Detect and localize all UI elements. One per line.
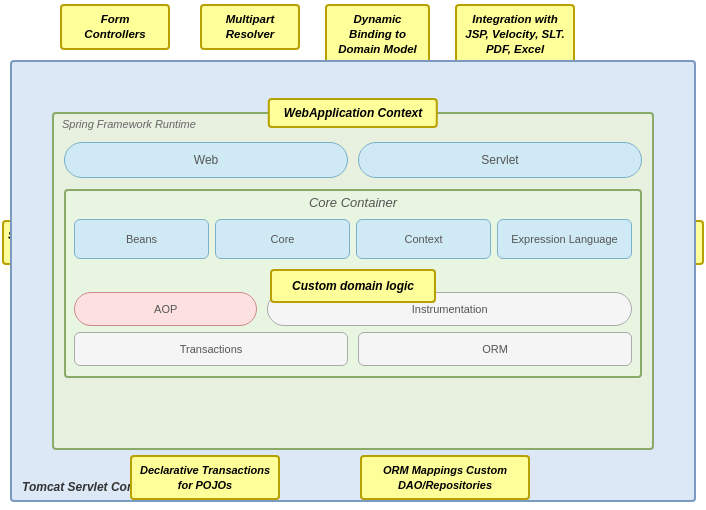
aop-label: AOP — [154, 303, 177, 315]
aop-box: AOP — [74, 292, 257, 326]
integration-jsp-box: Integration with JSP, Velocity, SLT. PDF… — [455, 4, 575, 65]
servlet-box: Servlet — [358, 142, 642, 178]
custom-domain-label: Custom domain logic — [292, 279, 414, 293]
servlet-label: Servlet — [481, 153, 518, 167]
web-servlet-row: Web Servlet — [64, 142, 642, 178]
beans-box: Beans — [74, 219, 209, 259]
spring-runtime: Spring Framework Runtime WebApplication … — [52, 112, 654, 450]
core-label: Core — [271, 233, 295, 245]
declarative-trans-box: Declarative Transactions for POJOs — [130, 455, 280, 500]
orm-mappings-box: ORM Mappings Custom DAO/Repositories — [360, 455, 530, 500]
instrumentation-label: Instrumentation — [412, 303, 488, 315]
web-box: Web — [64, 142, 348, 178]
orm-label: ORM — [482, 343, 508, 355]
web-label: Web — [194, 153, 218, 167]
transactions-row: Transactions ORM — [74, 332, 632, 366]
context-label: Context — [405, 233, 443, 245]
context-box: Context — [356, 219, 491, 259]
orm-mappings-label: ORM Mappings Custom DAO/Repositories — [383, 464, 507, 490]
beans-label: Beans — [126, 233, 157, 245]
core-container-label: Core Container — [309, 195, 397, 210]
form-controllers-box: Form Controllers — [60, 4, 170, 50]
expression-language-box: Expression Language — [497, 219, 632, 259]
multipart-resolver-label: Multipart Resolver — [226, 13, 275, 40]
tomcat-container: Spring Framework Runtime WebApplication … — [10, 60, 696, 502]
transactions-label: Transactions — [180, 343, 243, 355]
form-controllers-label: Form Controllers — [84, 13, 145, 40]
main-wrapper: Form Controllers Multipart Resolver Dyna… — [0, 0, 706, 510]
declarative-trans-label: Declarative Transactions for POJOs — [140, 464, 270, 490]
integration-jsp-label: Integration with JSP, Velocity, SLT. PDF… — [465, 13, 565, 55]
dynamic-binding-label: Dynamic Binding to Domain Model — [338, 13, 417, 55]
webapp-context-box: WebApplication Context — [268, 98, 438, 128]
core-container: Core Container Beans Core Context Expres… — [64, 189, 642, 378]
expression-language-label: Expression Language — [511, 233, 617, 245]
orm-box: ORM — [358, 332, 632, 366]
core-box: Core — [215, 219, 350, 259]
multipart-resolver-box: Multipart Resolver — [200, 4, 300, 50]
custom-domain-box: Custom domain logic — [270, 269, 436, 303]
beans-row: Beans Core Context Expression Language — [74, 219, 632, 259]
webapp-context-label: WebApplication Context — [284, 106, 422, 120]
transactions-box: Transactions — [74, 332, 348, 366]
dynamic-binding-box: Dynamic Binding to Domain Model — [325, 4, 430, 65]
spring-label: Spring Framework Runtime — [62, 118, 196, 130]
